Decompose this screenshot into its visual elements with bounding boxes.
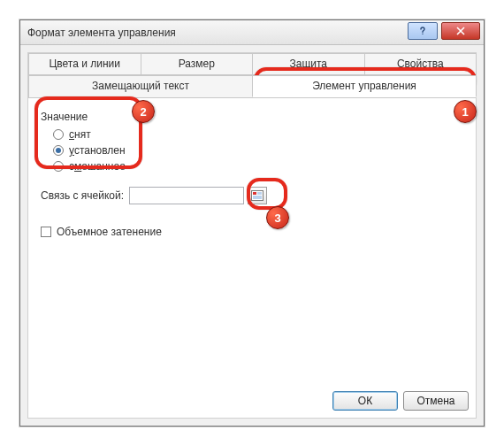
tab-control[interactable]: Элемент управления [252,75,477,97]
dialog-title: Формат элемента управления [27,27,408,39]
tab-panel-control: Значение снят установлен смешанное Связь… [28,98,476,250]
help-button[interactable] [408,22,438,40]
tab-properties[interactable]: Свойства [364,53,477,74]
radio-label: установлен [69,144,126,157]
help-icon [417,26,428,36]
dialog-body: Цвета и линии Размер Защита Свойства Зам… [27,52,477,419]
svg-rect-2 [257,192,262,195]
ok-button[interactable]: ОК [332,391,398,411]
radio-icon [53,129,64,140]
checkbox-icon [41,227,51,237]
cell-picker-button[interactable] [248,187,267,204]
shading-label: Объемное затенение [57,226,162,238]
dialog-footer: ОК Отмена [332,391,469,411]
radio-checked[interactable]: установлен [53,144,463,157]
range-picker-icon [251,190,263,201]
radio-mixed[interactable]: смешанное [53,160,463,173]
tab-protection[interactable]: Защита [252,53,365,74]
tab-alt-text[interactable]: Замещающий текст [28,75,253,97]
svg-rect-3 [253,196,262,199]
radio-label: снят [69,128,91,141]
dialog-window: Формат элемента управления Цвета и линии… [19,19,485,427]
tab-size[interactable]: Размер [141,53,254,74]
cancel-button[interactable]: Отмена [403,391,469,411]
value-legend: Значение [41,111,463,123]
cell-link-label: Связь с ячейкой: [41,189,124,202]
radio-icon [53,161,64,172]
close-icon [455,26,466,36]
tabs-row-2: Замещающий текст Элемент управления [28,75,476,98]
cell-link-row: Связь с ячейкой: [41,187,463,204]
cell-link-input[interactable] [129,187,244,204]
tabs-row-1: Цвета и линии Размер Защита Свойства [28,53,476,75]
svg-rect-1 [253,192,256,195]
tab-colors-and-lines[interactable]: Цвета и линии [28,53,141,74]
radio-icon [53,145,64,156]
shading-checkbox-row[interactable]: Объемное затенение [41,226,463,238]
radio-label: смешанное [69,160,126,173]
radio-unchecked[interactable]: снят [53,128,463,141]
close-button[interactable] [441,22,480,40]
titlebar: Формат элемента управления [20,20,484,45]
